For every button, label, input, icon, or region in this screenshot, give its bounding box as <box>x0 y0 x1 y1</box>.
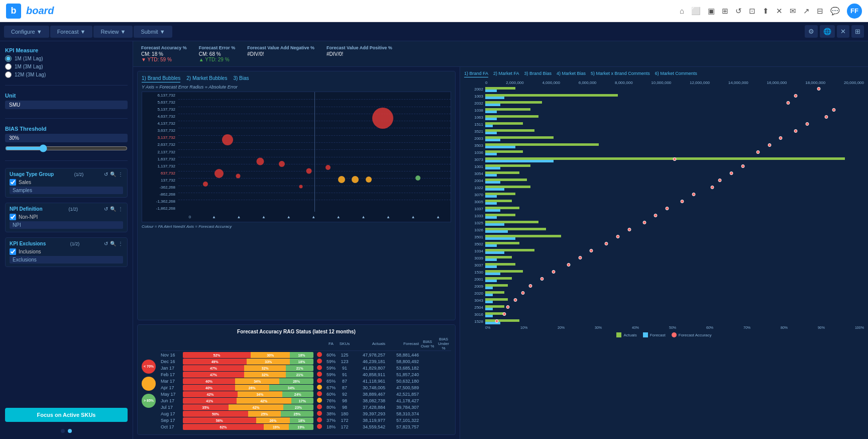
kpi-option-1m3m[interactable]: 1M (3M Lag) <box>5 63 128 70</box>
grid-icon[interactable]: ⊞ <box>722 7 728 16</box>
rag-col-bias-under: BIAS Under % <box>436 337 451 350</box>
bubble-8[interactable] <box>236 173 241 178</box>
right-bar-row: 3521 <box>464 128 864 135</box>
bubble-13[interactable] <box>203 182 208 187</box>
bubble-1[interactable] <box>372 108 393 129</box>
tab-market-bubbles[interactable]: 2) Market Bubbles <box>186 75 227 82</box>
submit-button[interactable]: Submit ▼ <box>134 26 172 38</box>
bubble-14[interactable] <box>299 185 302 189</box>
tab-market-fa[interactable]: 2) Market FA <box>493 71 519 77</box>
npi-refresh-icon[interactable]: ↺ <box>104 206 108 212</box>
fit-icon[interactable]: ⊡ <box>749 7 755 16</box>
right-bar-row: 1528 <box>464 318 864 325</box>
right-bar-row: 3037 <box>464 262 864 269</box>
exclusions-item: Exclusions <box>10 256 123 264</box>
tab-market-bias[interactable]: 4) Market Bias <box>557 71 586 77</box>
nav-grid-icon[interactable]: ⊞ <box>851 25 864 38</box>
panels-icon[interactable]: ▣ <box>708 7 715 16</box>
bubble-3[interactable] <box>256 158 264 165</box>
bubble-10[interactable] <box>352 176 359 183</box>
bar-legend: Actuals Forecast Forecast Accuracy <box>464 332 864 337</box>
bias-slider[interactable] <box>5 144 128 152</box>
kpi-option-12m3m[interactable]: 12M (3M Lag) <box>5 71 128 78</box>
right-bar-row: 3070 <box>464 192 864 198</box>
bubble-11[interactable] <box>366 177 372 183</box>
bias-value: 30% <box>5 134 128 142</box>
legend-actuals-label: Actuals <box>623 333 636 337</box>
usage-more-icon[interactable]: ⋮ <box>118 171 123 177</box>
divider-1 <box>5 85 128 85</box>
export-icon[interactable]: ⬆ <box>763 7 769 16</box>
main-layout: KPI Measure 1M (1M Lag) 1M (3M Lag) 12M … <box>0 41 868 439</box>
bubble-7[interactable] <box>306 168 312 174</box>
usage-refresh-icon[interactable]: ↺ <box>104 171 108 177</box>
kpi-fe: Forecast Error % CM: 68 % ▲ YTD: 29 % <box>199 45 236 62</box>
chat-icon[interactable]: 💬 <box>830 7 840 16</box>
tab-brand-bias[interactable]: 3) Brand Bias <box>524 71 552 77</box>
kpi-fa-value2: ▼ YTD: 59 % <box>141 57 187 62</box>
rag-row: Feb 17 47% 32% 21% 59% 91 40,858,911 51,… <box>161 372 451 378</box>
rag-container: Forecast Accuracy RAG Status (latest 12 … <box>137 324 456 435</box>
user-avatar[interactable]: FF <box>847 4 862 19</box>
dot-2[interactable] <box>68 429 72 433</box>
left-panel: 1) Brand Bubbles 2) Market Bubbles 3) Bi… <box>133 67 460 439</box>
kpi-fe-value1: CM: 68 % <box>199 51 236 57</box>
home-icon[interactable]: ⌂ <box>680 7 684 15</box>
excl-more-icon[interactable]: ⋮ <box>118 241 123 246</box>
top-icons: ⌂ ⬜ ▣ ⊞ ↺ ⊡ ⬆ ✕ ✉ ↗ ⊟ 💬 FF <box>680 4 862 19</box>
npi-more-icon[interactable]: ⋮ <box>118 206 123 212</box>
tab-brand-fa[interactable]: 1) Brand FA <box>464 71 488 77</box>
dot-1[interactable] <box>61 429 65 433</box>
configure-button[interactable]: Configure ▼ <box>4 26 49 38</box>
tab-market-brand-comments[interactable]: 5) Market x Brand Comments <box>591 71 650 77</box>
right-bar-row: 3502 <box>464 241 864 247</box>
legend-actuals: Actuals <box>616 332 636 337</box>
nav-close-icon[interactable]: ✕ <box>837 25 849 38</box>
rag-col-bias-over: BIAS Over % <box>420 339 435 348</box>
right-bar-row: 2009 <box>464 283 864 290</box>
tab-market-comments[interactable]: 6) Market Comments <box>655 71 697 77</box>
globe-icon[interactable]: 🌐 <box>820 25 835 38</box>
unit-section: Unit SMU <box>5 93 128 111</box>
review-button[interactable]: Review ▼ <box>93 26 133 38</box>
excl-refresh-icon[interactable]: ↺ <box>104 241 108 246</box>
right-bar-row: 2003 <box>464 135 864 142</box>
npi-non-npi-item[interactable]: Non-NPI <box>10 214 123 220</box>
bubble-9[interactable] <box>338 176 345 183</box>
right-bar-row: 2032 <box>464 100 864 107</box>
usage-sales-item[interactable]: Sales <box>10 179 123 186</box>
close-icon[interactable]: ✕ <box>776 7 783 16</box>
bias-section: BIAS Threshold 30% <box>5 126 128 153</box>
excl-search-icon[interactable]: 🔍 <box>110 241 116 246</box>
bubble-12[interactable] <box>415 175 420 181</box>
right-panel: 1) Brand FA 2) Market FA 3) Brand Bias 4… <box>460 67 868 439</box>
share-icon[interactable]: ↗ <box>803 7 810 16</box>
right-bar-row: 1036 <box>464 149 864 156</box>
rag-legend-amber <box>142 377 156 391</box>
tab-bias[interactable]: 3) Bias <box>233 75 249 82</box>
right-bar-row: 3501 <box>464 234 864 240</box>
focus-button[interactable]: Focus on Active SKUs <box>5 408 128 422</box>
inclusions-item[interactable]: Inclusions <box>10 248 123 255</box>
kpi-option-1m1m[interactable]: 1M (1M Lag) <box>5 55 128 62</box>
kpi-fva-neg-title: Forecast Value Add Negative % <box>247 45 314 50</box>
layout-icon[interactable]: ⬜ <box>691 7 701 16</box>
npi-search-icon[interactable]: 🔍 <box>110 206 116 212</box>
minimize-icon[interactable]: ⊟ <box>817 7 823 16</box>
bubble-6[interactable] <box>214 169 224 178</box>
legend-forecast-box <box>643 332 648 337</box>
scroll-dots <box>5 429 128 433</box>
forecast-button[interactable]: Forecast ▼ <box>50 26 93 38</box>
usage-type-title: Usage Type Group <box>10 171 54 177</box>
bubble-tabs: 1) Brand Bubbles 2) Market Bubbles 3) Bi… <box>142 75 451 82</box>
npi-title: NPI Definition <box>10 206 43 212</box>
bubble-4[interactable] <box>279 161 285 167</box>
tab-brand-bubbles[interactable]: 1) Brand Bubbles <box>142 75 180 82</box>
kpi-fa-title: Forecast Accuracy % <box>141 45 187 50</box>
usage-search-icon[interactable]: 🔍 <box>110 171 116 177</box>
refresh-icon[interactable]: ↺ <box>735 7 742 16</box>
bubble-5[interactable] <box>325 165 331 170</box>
bubble-2[interactable] <box>222 134 233 145</box>
mail-icon[interactable]: ✉ <box>790 7 796 16</box>
settings-icon[interactable]: ⚙ <box>805 25 818 38</box>
